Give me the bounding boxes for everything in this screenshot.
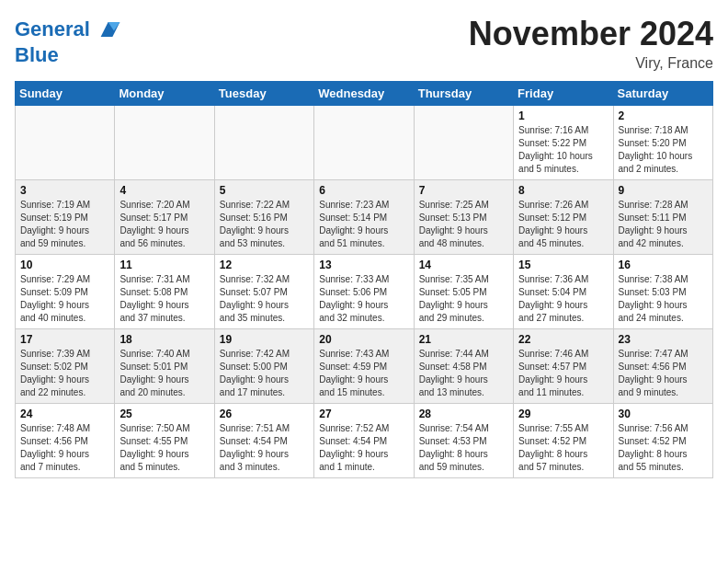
calendar-cell: 6Sunrise: 7:23 AM Sunset: 5:14 PM Daylig… xyxy=(314,180,414,255)
day-number: 28 xyxy=(419,408,508,420)
weekday-header-tuesday: Tuesday xyxy=(214,82,313,106)
calendar-cell: 19Sunrise: 7:42 AM Sunset: 5:00 PM Dayli… xyxy=(214,329,313,404)
calendar-cell: 25Sunrise: 7:50 AM Sunset: 4:55 PM Dayli… xyxy=(115,404,214,478)
calendar-cell: 17Sunrise: 7:39 AM Sunset: 5:02 PM Dayli… xyxy=(16,329,115,404)
calendar-cell: 5Sunrise: 7:22 AM Sunset: 5:16 PM Daylig… xyxy=(214,180,313,255)
calendar-cell: 22Sunrise: 7:46 AM Sunset: 4:57 PM Dayli… xyxy=(514,329,613,404)
weekday-header-row: SundayMondayTuesdayWednesdayThursdayFrid… xyxy=(16,82,713,106)
day-info: Sunrise: 7:18 AM Sunset: 5:20 PM Dayligh… xyxy=(619,124,708,176)
day-number: 15 xyxy=(518,259,608,271)
calendar-cell: 2Sunrise: 7:18 AM Sunset: 5:20 PM Daylig… xyxy=(613,106,712,180)
calendar-cell xyxy=(214,106,313,180)
day-number: 1 xyxy=(518,109,608,122)
day-info: Sunrise: 7:31 AM Sunset: 5:08 PM Dayligh… xyxy=(119,273,209,325)
day-info: Sunrise: 7:50 AM Sunset: 4:55 PM Dayligh… xyxy=(119,422,209,474)
weekday-header-saturday: Saturday xyxy=(613,82,712,106)
day-number: 14 xyxy=(419,259,508,271)
calendar-cell: 14Sunrise: 7:35 AM Sunset: 5:05 PM Dayli… xyxy=(414,255,513,329)
logo-text: General xyxy=(15,18,90,40)
calendar-cell: 26Sunrise: 7:51 AM Sunset: 4:54 PM Dayli… xyxy=(214,404,313,478)
day-number: 29 xyxy=(518,408,608,420)
calendar-cell: 21Sunrise: 7:44 AM Sunset: 4:58 PM Dayli… xyxy=(414,329,513,404)
calendar-cell: 8Sunrise: 7:26 AM Sunset: 5:12 PM Daylig… xyxy=(514,180,613,255)
calendar-cell: 18Sunrise: 7:40 AM Sunset: 5:01 PM Dayli… xyxy=(115,329,214,404)
day-info: Sunrise: 7:29 AM Sunset: 5:09 PM Dayligh… xyxy=(20,273,109,325)
day-info: Sunrise: 7:16 AM Sunset: 5:22 PM Dayligh… xyxy=(518,124,608,176)
calendar-week-4: 17Sunrise: 7:39 AM Sunset: 5:02 PM Dayli… xyxy=(16,329,713,404)
day-info: Sunrise: 7:33 AM Sunset: 5:06 PM Dayligh… xyxy=(319,273,408,325)
day-info: Sunrise: 7:54 AM Sunset: 4:53 PM Dayligh… xyxy=(419,422,508,474)
day-number: 3 xyxy=(20,184,109,197)
day-number: 25 xyxy=(119,408,209,420)
header: General Blue November 2024 Viry, France xyxy=(15,15,713,72)
day-info: Sunrise: 7:22 AM Sunset: 5:16 PM Dayligh… xyxy=(220,199,309,250)
calendar-week-3: 10Sunrise: 7:29 AM Sunset: 5:09 PM Dayli… xyxy=(16,255,713,329)
day-info: Sunrise: 7:40 AM Sunset: 5:01 PM Dayligh… xyxy=(119,348,209,399)
calendar-cell xyxy=(414,106,513,180)
calendar-cell: 1Sunrise: 7:16 AM Sunset: 5:22 PM Daylig… xyxy=(514,106,613,180)
day-info: Sunrise: 7:38 AM Sunset: 5:03 PM Dayligh… xyxy=(619,273,708,325)
day-number: 5 xyxy=(220,184,309,197)
day-info: Sunrise: 7:48 AM Sunset: 4:56 PM Dayligh… xyxy=(20,422,109,474)
calendar-cell: 13Sunrise: 7:33 AM Sunset: 5:06 PM Dayli… xyxy=(314,255,414,329)
calendar-cell: 30Sunrise: 7:56 AM Sunset: 4:52 PM Dayli… xyxy=(613,404,712,478)
day-number: 26 xyxy=(220,408,309,420)
day-info: Sunrise: 7:35 AM Sunset: 5:05 PM Dayligh… xyxy=(419,273,508,325)
month-title: November 2024 xyxy=(469,15,713,53)
calendar-cell: 24Sunrise: 7:48 AM Sunset: 4:56 PM Dayli… xyxy=(16,404,115,478)
calendar-cell: 23Sunrise: 7:47 AM Sunset: 4:56 PM Dayli… xyxy=(613,329,712,404)
calendar-cell: 12Sunrise: 7:32 AM Sunset: 5:07 PM Dayli… xyxy=(214,255,313,329)
calendar-cell: 20Sunrise: 7:43 AM Sunset: 4:59 PM Dayli… xyxy=(314,329,414,404)
logo: General Blue xyxy=(15,15,121,66)
day-number: 9 xyxy=(619,184,708,197)
calendar-cell: 9Sunrise: 7:28 AM Sunset: 5:11 PM Daylig… xyxy=(613,180,712,255)
day-info: Sunrise: 7:28 AM Sunset: 5:11 PM Dayligh… xyxy=(619,199,708,250)
day-info: Sunrise: 7:23 AM Sunset: 5:14 PM Dayligh… xyxy=(319,199,408,250)
day-number: 11 xyxy=(119,259,209,271)
day-info: Sunrise: 7:36 AM Sunset: 5:04 PM Dayligh… xyxy=(518,273,608,325)
day-number: 4 xyxy=(119,184,209,197)
day-info: Sunrise: 7:47 AM Sunset: 4:56 PM Dayligh… xyxy=(619,348,708,399)
day-number: 23 xyxy=(619,333,708,346)
day-info: Sunrise: 7:52 AM Sunset: 4:54 PM Dayligh… xyxy=(319,422,408,474)
calendar-cell: 10Sunrise: 7:29 AM Sunset: 5:09 PM Dayli… xyxy=(16,255,115,329)
calendar-cell: 28Sunrise: 7:54 AM Sunset: 4:53 PM Dayli… xyxy=(414,404,513,478)
day-number: 22 xyxy=(518,333,608,346)
calendar-cell: 3Sunrise: 7:19 AM Sunset: 5:19 PM Daylig… xyxy=(16,180,115,255)
day-info: Sunrise: 7:46 AM Sunset: 4:57 PM Dayligh… xyxy=(518,348,608,399)
day-number: 7 xyxy=(419,184,508,197)
weekday-header-sunday: Sunday xyxy=(16,82,115,106)
weekday-header-monday: Monday xyxy=(115,82,214,106)
day-number: 6 xyxy=(319,184,408,197)
calendar-cell: 27Sunrise: 7:52 AM Sunset: 4:54 PM Dayli… xyxy=(314,404,414,478)
day-number: 2 xyxy=(619,109,708,122)
day-number: 8 xyxy=(518,184,608,197)
logo-icon xyxy=(92,15,121,44)
day-number: 24 xyxy=(20,408,109,420)
day-info: Sunrise: 7:51 AM Sunset: 4:54 PM Dayligh… xyxy=(220,422,309,474)
title-area: November 2024 Viry, France xyxy=(469,15,713,72)
day-number: 19 xyxy=(220,333,309,346)
day-info: Sunrise: 7:42 AM Sunset: 5:00 PM Dayligh… xyxy=(220,348,309,399)
location: Viry, France xyxy=(469,55,713,72)
calendar-cell: 15Sunrise: 7:36 AM Sunset: 5:04 PM Dayli… xyxy=(514,255,613,329)
weekday-header-thursday: Thursday xyxy=(414,82,513,106)
calendar-cell xyxy=(314,106,414,180)
calendar: SundayMondayTuesdayWednesdayThursdayFrid… xyxy=(15,81,713,478)
calendar-cell: 11Sunrise: 7:31 AM Sunset: 5:08 PM Dayli… xyxy=(115,255,214,329)
day-info: Sunrise: 7:44 AM Sunset: 4:58 PM Dayligh… xyxy=(419,348,508,399)
day-info: Sunrise: 7:55 AM Sunset: 4:52 PM Dayligh… xyxy=(518,422,608,474)
weekday-header-wednesday: Wednesday xyxy=(314,82,414,106)
calendar-week-2: 3Sunrise: 7:19 AM Sunset: 5:19 PM Daylig… xyxy=(16,180,713,255)
weekday-header-friday: Friday xyxy=(514,82,613,106)
day-info: Sunrise: 7:43 AM Sunset: 4:59 PM Dayligh… xyxy=(319,348,408,399)
day-number: 12 xyxy=(220,259,309,271)
calendar-cell: 4Sunrise: 7:20 AM Sunset: 5:17 PM Daylig… xyxy=(115,180,214,255)
day-number: 16 xyxy=(619,259,708,271)
logo-blue: Blue xyxy=(15,44,59,66)
calendar-cell xyxy=(16,106,115,180)
day-number: 27 xyxy=(319,408,408,420)
calendar-cell: 29Sunrise: 7:55 AM Sunset: 4:52 PM Dayli… xyxy=(514,404,613,478)
calendar-cell: 7Sunrise: 7:25 AM Sunset: 5:13 PM Daylig… xyxy=(414,180,513,255)
calendar-week-5: 24Sunrise: 7:48 AM Sunset: 4:56 PM Dayli… xyxy=(16,404,713,478)
